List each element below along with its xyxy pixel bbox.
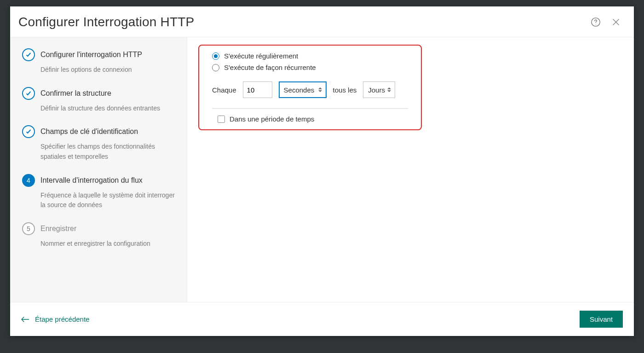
next-button[interactable]: Suivant	[580, 311, 623, 328]
interval-value-input[interactable]	[243, 81, 272, 98]
check-icon	[22, 48, 35, 61]
radio-icon	[212, 64, 219, 71]
step-subtitle: Définir les options de connexion	[40, 65, 178, 75]
spinner-icon	[318, 86, 323, 93]
step-subtitle: Fréquence à laquelle le système doit int…	[40, 191, 178, 210]
step-subtitle: Nommer et enregistrer la configuration	[40, 239, 178, 249]
step-title: Champs de clé d'identification	[40, 125, 178, 138]
step-2[interactable]: Confirmer la structure Définir la struct…	[18, 87, 178, 126]
radio-label: S'exécute de façon récurrente	[224, 64, 316, 71]
divider	[212, 108, 408, 109]
step-title: Intervalle d'interrogation du flux	[40, 174, 178, 187]
select-value: Jours	[368, 86, 385, 94]
every-label: tous les	[333, 86, 357, 94]
radio-label: S'exécute régulièrement	[224, 52, 298, 60]
radio-recurrent[interactable]: S'exécute de façon récurrente	[212, 64, 408, 71]
select-value: Secondes	[284, 86, 315, 94]
interval-unit-select[interactable]: Secondes	[279, 81, 327, 98]
each-label: Chaque	[212, 86, 236, 94]
svg-point-1	[595, 24, 596, 24]
config-modal: Configurer Interrogation HTTP Configurer…	[10, 6, 634, 336]
step-4[interactable]: 4 Intervalle d'interrogation du flux Fré…	[18, 174, 178, 222]
arrow-left-icon	[21, 316, 29, 323]
step-subtitle: Définir la structure des données entrant…	[40, 104, 178, 114]
step-number-badge: 5	[22, 222, 35, 235]
previous-step-link[interactable]: Étape précédente	[21, 315, 89, 323]
time-period-checkbox[interactable]: Dans une période de temps	[212, 115, 408, 123]
modal-body: Configurer l'interrogation HTTP Définir …	[10, 37, 634, 302]
radio-icon	[212, 52, 219, 60]
check-icon	[22, 125, 35, 138]
step-title: Confirmer la structure	[40, 87, 178, 100]
modal-footer: Étape précédente Suivant	[10, 302, 634, 336]
step-1[interactable]: Configurer l'interrogation HTTP Définir …	[18, 48, 178, 87]
step-subtitle: Spécifier les champs des fonctionnalités…	[40, 142, 178, 162]
spinner-icon	[387, 86, 392, 93]
help-icon[interactable]	[590, 16, 602, 28]
interval-row: Chaque Secondes tous les Jours	[212, 81, 408, 98]
back-label: Étape précédente	[35, 315, 89, 323]
check-icon	[22, 87, 35, 100]
checkbox-icon	[218, 116, 225, 123]
modal-content: S'exécute régulièrement S'exécute de faç…	[187, 37, 634, 302]
step-title: Enregistrer	[40, 222, 178, 235]
step-title: Configurer l'interrogation HTTP	[40, 48, 178, 61]
modal-title: Configurer Interrogation HTTP	[18, 15, 581, 29]
close-icon[interactable]	[610, 16, 622, 28]
radio-regular[interactable]: S'exécute régulièrement	[212, 52, 408, 60]
highlighted-panel: S'exécute régulièrement S'exécute de faç…	[198, 45, 422, 130]
modal-header: Configurer Interrogation HTTP	[10, 6, 634, 37]
wizard-sidebar: Configurer l'interrogation HTTP Définir …	[10, 37, 187, 302]
step-number-badge: 4	[22, 174, 35, 187]
interval-period-select[interactable]: Jours	[363, 81, 395, 98]
step-3[interactable]: Champs de clé d'identification Spécifier…	[18, 125, 178, 174]
step-5[interactable]: 5 Enregistrer Nommer et enregistrer la c…	[18, 222, 178, 261]
checkbox-label: Dans une période de temps	[230, 115, 314, 123]
